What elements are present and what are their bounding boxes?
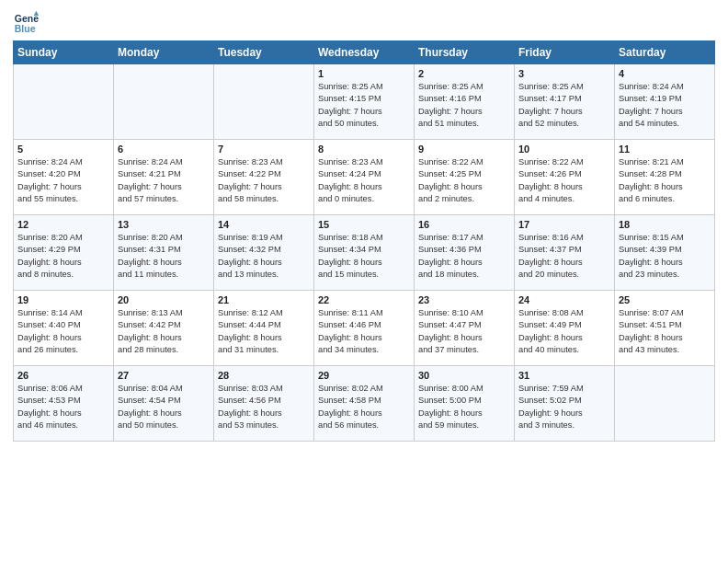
calendar-cell xyxy=(14,64,114,140)
weekday-header-row: SundayMondayTuesdayWednesdayThursdayFrid… xyxy=(14,41,715,64)
calendar-cell xyxy=(615,366,715,442)
day-info: Sunrise: 7:59 AM Sunset: 5:02 PM Dayligh… xyxy=(518,383,610,432)
day-number: 16 xyxy=(418,219,510,230)
week-row-5: 26Sunrise: 8:06 AM Sunset: 4:53 PM Dayli… xyxy=(14,366,715,442)
day-info: Sunrise: 8:24 AM Sunset: 4:21 PM Dayligh… xyxy=(118,156,210,206)
calendar-cell: 7Sunrise: 8:23 AM Sunset: 4:22 PM Daylig… xyxy=(214,140,314,215)
calendar-cell: 24Sunrise: 8:08 AM Sunset: 4:49 PM Dayli… xyxy=(515,291,615,366)
day-info: Sunrise: 8:06 AM Sunset: 4:53 PM Dayligh… xyxy=(17,383,109,432)
day-info: Sunrise: 8:08 AM Sunset: 4:49 PM Dayligh… xyxy=(518,307,610,357)
week-row-2: 5Sunrise: 8:24 AM Sunset: 4:20 PM Daylig… xyxy=(14,140,715,215)
day-info: Sunrise: 8:02 AM Sunset: 4:58 PM Dayligh… xyxy=(318,383,410,432)
day-number: 27 xyxy=(118,370,210,381)
calendar-cell: 1Sunrise: 8:25 AM Sunset: 4:15 PM Daylig… xyxy=(314,64,415,140)
day-info: Sunrise: 8:23 AM Sunset: 4:22 PM Dayligh… xyxy=(218,156,310,206)
calendar-cell xyxy=(214,64,314,140)
calendar-cell: 5Sunrise: 8:24 AM Sunset: 4:20 PM Daylig… xyxy=(14,140,114,215)
calendar-cell: 23Sunrise: 8:10 AM Sunset: 4:47 PM Dayli… xyxy=(415,291,515,366)
calendar-cell xyxy=(114,64,214,140)
calendar-cell: 16Sunrise: 8:17 AM Sunset: 4:36 PM Dayli… xyxy=(415,215,515,291)
header: General Blue xyxy=(13,9,715,35)
day-number: 9 xyxy=(418,144,510,155)
day-number: 28 xyxy=(218,370,310,381)
day-number: 30 xyxy=(418,370,510,381)
day-number: 2 xyxy=(418,68,510,79)
calendar-cell: 12Sunrise: 8:20 AM Sunset: 4:29 PM Dayli… xyxy=(14,215,114,291)
day-info: Sunrise: 8:12 AM Sunset: 4:44 PM Dayligh… xyxy=(218,307,310,357)
calendar-cell: 28Sunrise: 8:03 AM Sunset: 4:56 PM Dayli… xyxy=(214,366,314,442)
calendar-cell: 3Sunrise: 8:25 AM Sunset: 4:17 PM Daylig… xyxy=(515,64,615,140)
day-number: 12 xyxy=(17,219,109,230)
day-info: Sunrise: 8:04 AM Sunset: 4:54 PM Dayligh… xyxy=(118,383,210,432)
day-number: 19 xyxy=(17,294,109,305)
day-info: Sunrise: 8:11 AM Sunset: 4:46 PM Dayligh… xyxy=(318,307,410,357)
calendar-cell: 13Sunrise: 8:20 AM Sunset: 4:31 PM Dayli… xyxy=(114,215,214,291)
day-info: Sunrise: 8:14 AM Sunset: 4:40 PM Dayligh… xyxy=(17,307,109,357)
day-info: Sunrise: 8:15 AM Sunset: 4:39 PM Dayligh… xyxy=(619,232,711,282)
day-info: Sunrise: 8:20 AM Sunset: 4:31 PM Dayligh… xyxy=(118,232,210,282)
page-container: General Blue SundayMondayTuesdayWednesda… xyxy=(0,0,728,449)
day-info: Sunrise: 8:25 AM Sunset: 4:17 PM Dayligh… xyxy=(518,81,610,131)
calendar-cell: 14Sunrise: 8:19 AM Sunset: 4:32 PM Dayli… xyxy=(214,215,314,291)
calendar-cell: 19Sunrise: 8:14 AM Sunset: 4:40 PM Dayli… xyxy=(14,291,114,366)
day-info: Sunrise: 8:24 AM Sunset: 4:20 PM Dayligh… xyxy=(17,156,109,206)
day-number: 25 xyxy=(619,294,711,305)
weekday-header-tuesday: Tuesday xyxy=(214,41,314,64)
day-info: Sunrise: 8:24 AM Sunset: 4:19 PM Dayligh… xyxy=(619,81,711,131)
day-info: Sunrise: 8:17 AM Sunset: 4:36 PM Dayligh… xyxy=(418,232,510,282)
day-number: 29 xyxy=(318,370,410,381)
day-number: 6 xyxy=(118,144,210,155)
calendar-cell: 27Sunrise: 8:04 AM Sunset: 4:54 PM Dayli… xyxy=(114,366,214,442)
day-info: Sunrise: 8:03 AM Sunset: 4:56 PM Dayligh… xyxy=(218,383,310,432)
weekday-header-monday: Monday xyxy=(114,41,214,64)
day-number: 10 xyxy=(518,144,610,155)
day-info: Sunrise: 8:23 AM Sunset: 4:24 PM Dayligh… xyxy=(318,156,410,206)
calendar-cell: 10Sunrise: 8:22 AM Sunset: 4:26 PM Dayli… xyxy=(515,140,615,215)
day-number: 3 xyxy=(518,68,610,79)
weekday-header-saturday: Saturday xyxy=(615,41,715,64)
day-number: 13 xyxy=(118,219,210,230)
day-number: 5 xyxy=(17,144,109,155)
day-info: Sunrise: 8:22 AM Sunset: 4:26 PM Dayligh… xyxy=(518,156,610,206)
calendar-cell: 18Sunrise: 8:15 AM Sunset: 4:39 PM Dayli… xyxy=(615,215,715,291)
day-number: 20 xyxy=(118,294,210,305)
day-number: 21 xyxy=(218,294,310,305)
week-row-1: 1Sunrise: 8:25 AM Sunset: 4:15 PM Daylig… xyxy=(14,64,715,140)
calendar-cell: 6Sunrise: 8:24 AM Sunset: 4:21 PM Daylig… xyxy=(114,140,214,215)
calendar-cell: 29Sunrise: 8:02 AM Sunset: 4:58 PM Dayli… xyxy=(314,366,415,442)
day-info: Sunrise: 8:18 AM Sunset: 4:34 PM Dayligh… xyxy=(318,232,410,282)
day-info: Sunrise: 8:19 AM Sunset: 4:32 PM Dayligh… xyxy=(218,232,310,282)
calendar-cell: 21Sunrise: 8:12 AM Sunset: 4:44 PM Dayli… xyxy=(214,291,314,366)
calendar-cell: 31Sunrise: 7:59 AM Sunset: 5:02 PM Dayli… xyxy=(515,366,615,442)
day-number: 18 xyxy=(619,219,711,230)
week-row-4: 19Sunrise: 8:14 AM Sunset: 4:40 PM Dayli… xyxy=(14,291,715,366)
day-number: 7 xyxy=(218,144,310,155)
day-number: 23 xyxy=(418,294,510,305)
day-number: 15 xyxy=(318,219,410,230)
day-number: 11 xyxy=(619,144,711,155)
logo-icon: General Blue xyxy=(13,9,39,35)
weekday-header-thursday: Thursday xyxy=(415,41,515,64)
day-info: Sunrise: 8:22 AM Sunset: 4:25 PM Dayligh… xyxy=(418,156,510,206)
day-number: 22 xyxy=(318,294,410,305)
day-number: 17 xyxy=(518,219,610,230)
weekday-header-sunday: Sunday xyxy=(14,41,114,64)
calendar-cell: 20Sunrise: 8:13 AM Sunset: 4:42 PM Dayli… xyxy=(114,291,214,366)
day-number: 1 xyxy=(318,68,410,79)
calendar-table: SundayMondayTuesdayWednesdayThursdayFrid… xyxy=(13,40,715,442)
day-info: Sunrise: 8:13 AM Sunset: 4:42 PM Dayligh… xyxy=(118,307,210,357)
day-info: Sunrise: 8:00 AM Sunset: 5:00 PM Dayligh… xyxy=(418,383,510,432)
day-info: Sunrise: 8:20 AM Sunset: 4:29 PM Dayligh… xyxy=(17,232,109,282)
day-number: 31 xyxy=(518,370,610,381)
calendar-cell: 2Sunrise: 8:25 AM Sunset: 4:16 PM Daylig… xyxy=(415,64,515,140)
calendar-cell: 9Sunrise: 8:22 AM Sunset: 4:25 PM Daylig… xyxy=(415,140,515,215)
day-number: 26 xyxy=(17,370,109,381)
day-info: Sunrise: 8:16 AM Sunset: 4:37 PM Dayligh… xyxy=(518,232,610,282)
svg-text:Blue: Blue xyxy=(15,23,36,34)
calendar-cell: 4Sunrise: 8:24 AM Sunset: 4:19 PM Daylig… xyxy=(615,64,715,140)
week-row-3: 12Sunrise: 8:20 AM Sunset: 4:29 PM Dayli… xyxy=(14,215,715,291)
day-number: 4 xyxy=(619,68,711,79)
day-number: 24 xyxy=(518,294,610,305)
day-info: Sunrise: 8:21 AM Sunset: 4:28 PM Dayligh… xyxy=(619,156,711,206)
day-number: 14 xyxy=(218,219,310,230)
